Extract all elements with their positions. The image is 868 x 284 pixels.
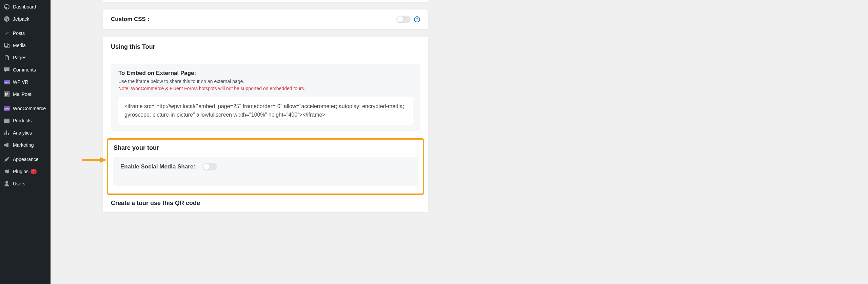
woocommerce-icon: woo [3, 105, 10, 112]
embed-title: To Embed on External Page: [118, 70, 413, 77]
sidebar-label: Users [13, 181, 25, 186]
arrow-annotation [82, 157, 107, 163]
sidebar-label: Plugins [13, 169, 28, 174]
sidebar-item-woocommerce[interactable]: woo WooCommerce [0, 102, 51, 115]
pages-icon [3, 54, 10, 61]
right-empty-area [466, 0, 868, 284]
admin-sidebar: Dashboard Jetpack Posts Media Pages Comm… [0, 0, 51, 284]
using-tour-card: Using this Tour To Embed on External Pag… [103, 37, 428, 212]
sidebar-item-products[interactable]: Products [0, 115, 51, 127]
sidebar-label: WooCommerce [13, 106, 46, 111]
sidebar-item-pages[interactable]: Pages [0, 52, 51, 64]
sidebar-item-dashboard[interactable]: Dashboard [0, 1, 51, 13]
sidebar-item-comments[interactable]: Comments [0, 64, 51, 76]
sidebar-label: Analytics [13, 130, 32, 136]
using-tour-header: Using this Tour [103, 37, 428, 56]
iframe-code-box[interactable]: <iframe src="http://wpvr.local/?embed_pa… [118, 97, 413, 125]
custom-css-card: Custom CSS : ? [103, 9, 428, 29]
sidebar-item-appearance[interactable]: Appearance [0, 153, 51, 165]
sidebar-item-jetpack[interactable]: Jetpack [0, 13, 51, 25]
sidebar-label: Marketing [13, 142, 34, 148]
users-icon [3, 180, 10, 187]
vr-icon: oo [3, 79, 10, 85]
social-share-toggle[interactable] [203, 163, 217, 170]
sidebar-label: Comments [13, 67, 36, 73]
marketing-icon [3, 142, 10, 148]
custom-css-toggle[interactable] [396, 16, 411, 23]
jetpack-icon [3, 16, 10, 22]
embed-desc: Use the iframe below to share this tour … [118, 78, 413, 85]
plugins-icon [3, 168, 10, 175]
media-icon [3, 42, 10, 49]
share-header: Share your tour [108, 140, 423, 157]
share-highlight: Share your tour Enable Social Media Shar… [107, 138, 424, 195]
appearance-icon [3, 156, 10, 163]
sidebar-label: Posts [13, 31, 25, 36]
mailpoet-icon: M [3, 91, 10, 98]
sidebar-label: Appearance [13, 157, 39, 162]
sidebar-item-analytics[interactable]: Analytics [0, 127, 51, 139]
sidebar-label: MailPoet [13, 92, 31, 97]
sidebar-item-marketing[interactable]: Marketing [0, 139, 51, 151]
sidebar-label: Jetpack [13, 16, 29, 22]
analytics-icon [3, 129, 10, 136]
update-badge: 4 [31, 169, 37, 174]
sidebar-item-users[interactable]: Users [0, 178, 51, 190]
custom-css-label: Custom CSS : [111, 16, 149, 23]
embed-note: Note: WooCommerce & Fluent Forms hotspot… [118, 85, 413, 92]
products-icon [3, 117, 10, 124]
sidebar-label: Dashboard [13, 4, 36, 9]
qr-header: Create a tour use this QR code [103, 200, 428, 212]
pin-icon [3, 30, 10, 37]
previous-card-edge [103, 0, 428, 2]
content-area: Custom CSS : ? Using this Tour To Embed … [51, 0, 466, 284]
sidebar-item-mailpoet[interactable]: M MailPoet [0, 88, 51, 100]
sidebar-item-plugins[interactable]: Plugins 4 [0, 165, 51, 178]
share-body: Enable Social Media Share: [113, 157, 418, 186]
sidebar-item-wpvr[interactable]: oo WP VR [0, 76, 51, 88]
sidebar-label: Media [13, 43, 26, 48]
sidebar-label: WP VR [13, 79, 28, 85]
embed-section: To Embed on External Page: Use the ifram… [111, 64, 420, 131]
sidebar-item-posts[interactable]: Posts [0, 27, 51, 39]
comments-icon [3, 66, 10, 73]
share-enable-label: Enable Social Media Share: [120, 163, 195, 170]
sidebar-item-media[interactable]: Media [0, 39, 51, 52]
dashboard-icon [3, 3, 10, 10]
sidebar-label: Pages [13, 55, 26, 60]
sidebar-label: Products [13, 118, 32, 123]
svg-point-0 [4, 16, 9, 22]
info-icon[interactable]: ? [414, 16, 420, 22]
